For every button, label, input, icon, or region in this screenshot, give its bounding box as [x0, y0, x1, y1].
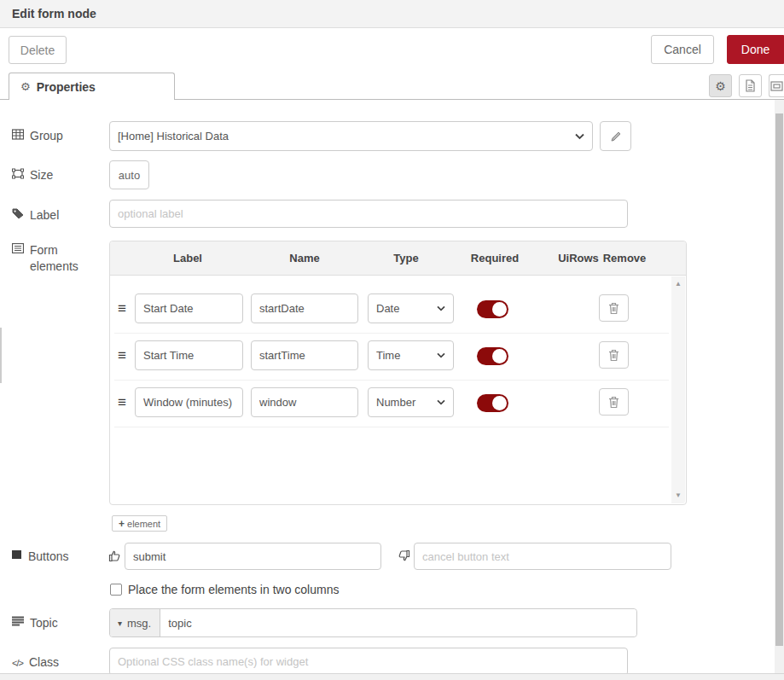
two-columns-label: Place the form elements in two columns	[128, 583, 339, 596]
edit-group-button[interactable]	[600, 121, 631, 151]
two-columns-checkbox[interactable]	[110, 584, 122, 596]
file-icon	[745, 79, 756, 92]
column-header-remove: Remove	[590, 252, 659, 264]
element-label-input[interactable]	[135, 387, 243, 417]
group-field-label: Group	[12, 128, 102, 144]
tag-icon	[12, 208, 24, 219]
left-edge-divider	[0, 328, 2, 383]
form-elements-table-header: Label Name Type Required UiRows Remove	[110, 241, 686, 276]
delete-button[interactable]: Delete	[9, 36, 67, 64]
cancel-button-text-input[interactable]	[414, 543, 671, 570]
column-header-label: Label	[154, 252, 222, 264]
appearance-tab-button[interactable]	[769, 74, 784, 97]
form-elements-field-label: Form elements	[12, 242, 102, 275]
remove-element-button[interactable]	[599, 341, 629, 369]
description-tab-button[interactable]	[739, 74, 762, 97]
grip-icon[interactable]: ≡	[118, 347, 126, 364]
grip-icon[interactable]: ≡	[118, 394, 126, 411]
group-select-value: [Home] Historical Data	[118, 130, 229, 142]
pencil-icon	[610, 131, 622, 142]
thumbs-up-icon	[108, 549, 121, 562]
size-auto-button[interactable]: auto	[109, 160, 149, 189]
square-icon	[12, 549, 22, 560]
scroll-down-icon[interactable]: ▼	[671, 490, 685, 502]
element-type-select[interactable]: Date	[368, 294, 454, 323]
grip-icon[interactable]: ≡	[118, 300, 126, 317]
cog-icon: ⚙	[715, 79, 726, 93]
element-type-select[interactable]: Number	[368, 387, 454, 417]
remove-element-button[interactable]	[599, 294, 629, 322]
edit-form-node-dialog: Edit form node Delete Cancel Done ⚙ Prop…	[0, 0, 784, 680]
caret-down-icon: ▾	[118, 619, 122, 628]
trash-icon	[608, 349, 619, 362]
element-name-input[interactable]	[251, 294, 358, 323]
element-type-select[interactable]: Time	[368, 340, 454, 370]
topic-value-input[interactable]	[160, 609, 636, 636]
chevron-down-icon	[575, 133, 584, 140]
form-element-row: ≡ Date	[114, 286, 669, 334]
topic-type-select[interactable]: ▾ msg.	[110, 609, 160, 636]
toggle-knob	[492, 349, 507, 363]
remove-element-button[interactable]	[599, 388, 629, 416]
done-button[interactable]: Done	[727, 35, 784, 64]
required-toggle[interactable]	[477, 347, 508, 365]
dialog-header: Edit form node	[0, 0, 784, 28]
buttons-field-label: Buttons	[12, 549, 102, 565]
form-elements-table: Label Name Type Required UiRows Remove ≡…	[109, 241, 687, 505]
element-label-input[interactable]	[135, 340, 243, 370]
trash-icon	[608, 396, 619, 409]
scroll-up-icon[interactable]: ▲	[671, 278, 685, 290]
topic-field-label: Topic	[12, 615, 102, 631]
thumbs-down-icon	[398, 549, 410, 562]
element-name-input[interactable]	[251, 387, 358, 417]
size-field-label: Size	[12, 167, 102, 183]
class-input[interactable]	[109, 648, 628, 676]
chevron-down-icon	[437, 305, 445, 311]
add-element-button[interactable]: + element	[112, 515, 167, 532]
object-group-icon	[12, 168, 24, 179]
class-field-label: </> Class	[12, 654, 102, 671]
trash-icon	[608, 302, 619, 315]
chevron-down-icon	[437, 352, 445, 358]
bars-icon	[12, 616, 24, 626]
column-header-name: Name	[270, 252, 339, 264]
cancel-button[interactable]: Cancel	[651, 35, 714, 64]
main-scrollbar[interactable]	[775, 100, 784, 674]
label-field-label: Label	[12, 207, 102, 224]
toggle-knob	[492, 302, 507, 317]
element-label-input[interactable]	[135, 294, 243, 323]
table-icon	[12, 129, 24, 140]
code-icon: </>	[12, 655, 23, 671]
settings-tab-button[interactable]: ⚙	[709, 74, 732, 97]
column-header-required: Required	[456, 252, 533, 264]
tab-properties-label: Properties	[37, 80, 96, 94]
label-input[interactable]	[109, 200, 628, 228]
tab-properties[interactable]: ⚙ Properties	[9, 73, 175, 100]
plus-icon: +	[119, 518, 125, 530]
form-element-row: ≡ Number	[114, 380, 669, 427]
list-alt-icon	[12, 243, 24, 253]
dialog-title: Edit form node	[12, 7, 96, 20]
element-name-input[interactable]	[251, 340, 358, 370]
required-toggle[interactable]	[477, 300, 508, 318]
topic-type-label: msg.	[127, 617, 151, 630]
table-scrollbar[interactable]: ▲ ▼	[671, 276, 685, 503]
submit-button-text-input[interactable]	[125, 543, 381, 570]
dialog-footer-strip	[0, 673, 784, 680]
column-header-type: Type	[372, 252, 440, 264]
required-toggle[interactable]	[477, 394, 508, 412]
topic-typed-input: ▾ msg.	[109, 608, 637, 637]
chevron-down-icon	[437, 399, 445, 405]
add-element-label: element	[127, 519, 160, 529]
layout-icon	[770, 80, 783, 92]
toggle-knob	[492, 396, 507, 410]
group-select[interactable]: [Home] Historical Data	[109, 121, 593, 151]
form-element-row: ≡ Time	[114, 333, 669, 381]
cog-icon: ⚙	[20, 80, 31, 93]
main-scrollbar-thumb[interactable]	[775, 113, 783, 646]
